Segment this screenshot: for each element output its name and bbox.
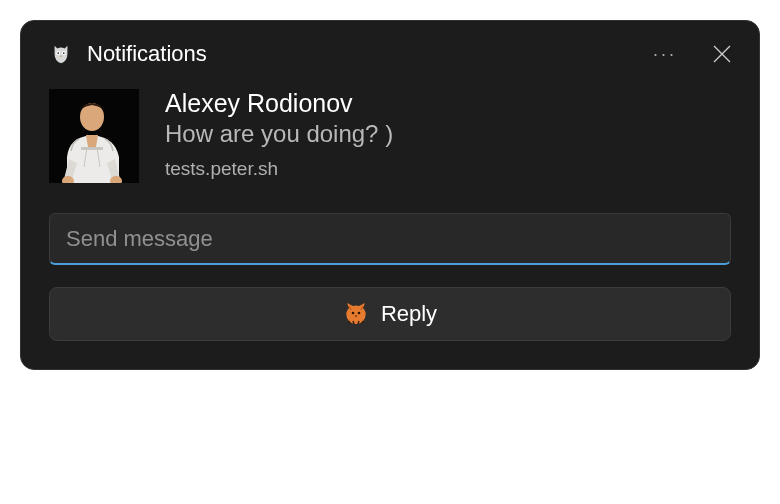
owl-icon: [49, 42, 73, 66]
close-button[interactable]: [713, 45, 731, 63]
more-button[interactable]: ···: [653, 45, 677, 63]
reply-button[interactable]: Reply: [49, 287, 731, 341]
reply-button-label: Reply: [381, 301, 437, 327]
message-text: How are you doing? ): [165, 120, 393, 148]
source-text: tests.peter.sh: [165, 158, 393, 180]
notification-body: Alexey Rodionov How are you doing? ) tes…: [49, 89, 731, 183]
header-left: Notifications: [49, 41, 207, 67]
svg-point-3: [63, 52, 65, 54]
notification-card: Notifications ···: [20, 20, 760, 370]
body-text: Alexey Rodionov How are you doing? ) tes…: [165, 89, 393, 183]
cat-icon: [343, 302, 369, 326]
header-right: ···: [653, 45, 731, 63]
svg-point-11: [352, 312, 355, 315]
card-header: Notifications ···: [49, 41, 731, 67]
close-icon: [713, 45, 731, 63]
svg-point-2: [57, 52, 59, 54]
svg-point-12: [358, 312, 361, 315]
header-title: Notifications: [87, 41, 207, 67]
sender-name: Alexey Rodionov: [165, 89, 393, 118]
reply-input[interactable]: [49, 213, 731, 265]
svg-rect-8: [81, 147, 103, 150]
avatar: [49, 89, 139, 183]
